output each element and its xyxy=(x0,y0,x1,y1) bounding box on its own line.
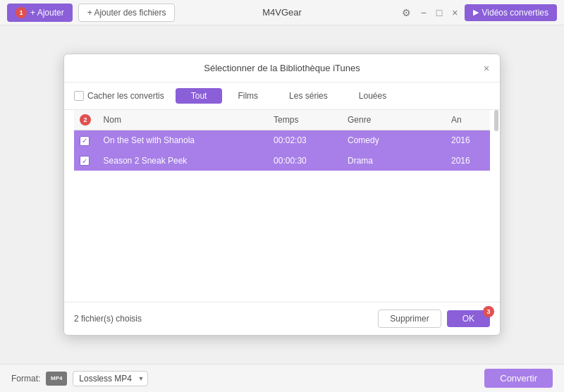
format-select[interactable]: Lossless MP4 xyxy=(73,371,148,386)
converted-videos-label: Vidéos converties xyxy=(482,8,549,18)
tab-tout[interactable]: Tout xyxy=(176,88,223,104)
add-files-label: + Ajouter des fichiers xyxy=(87,8,166,18)
table-header-row: 2 Nom Temps Genre An xyxy=(74,110,490,130)
main-area: Sélectionner de la Bibliothèque iTunes ×… xyxy=(0,25,564,364)
hide-converted-label[interactable]: Cacher les convertis xyxy=(74,91,164,101)
close-icon[interactable]: × xyxy=(448,6,461,20)
row-checkbox-1[interactable] xyxy=(80,156,90,166)
hide-converted-text: Cacher les convertis xyxy=(87,91,164,101)
tab-films[interactable]: Films xyxy=(222,88,274,104)
dialog-header: Sélectionner de la Bibliothèque iTunes × xyxy=(64,54,500,82)
row-genre-1: Drama xyxy=(342,151,446,171)
tabs-row: Cacher les convertis Tout Films Les séri… xyxy=(64,82,500,110)
hide-converted-checkbox[interactable] xyxy=(74,91,84,101)
bottom-bar: Format: MP4 Lossless MP4 Convertir xyxy=(0,364,564,392)
ok-label: OK xyxy=(462,314,474,324)
table-row[interactable]: On the Set with Shanola00:02:03Comedy201… xyxy=(74,130,490,151)
row-year-0: 2016 xyxy=(446,130,490,151)
col-name-header: Nom xyxy=(98,110,268,130)
row-name-0: On the Set with Shanola xyxy=(98,130,268,151)
col-time-header: Temps xyxy=(268,110,342,130)
app-title: M4VGear xyxy=(262,7,302,18)
col-year-header: An xyxy=(446,110,490,130)
add-button[interactable]: 1 + Ajouter xyxy=(7,4,73,22)
row-genre-0: Comedy xyxy=(342,130,446,151)
dialog-close-icon[interactable]: × xyxy=(480,62,493,75)
row-name-1: Season 2 Sneak Peek xyxy=(98,151,268,171)
format-icon: MP4 xyxy=(46,372,67,386)
table-container: 2 Nom Temps Genre An On the Set with Sha… xyxy=(64,110,500,302)
row-checkbox-0[interactable] xyxy=(80,136,90,146)
step2-badge: 2 xyxy=(80,114,91,125)
footer-buttons: Supprimer 3 OK xyxy=(378,310,490,328)
row-time-1: 00:00:30 xyxy=(268,151,342,171)
tab-buttons: Tout Films Les séries Louées xyxy=(176,88,402,104)
settings-icon[interactable]: ⚙ xyxy=(398,6,415,20)
add-files-button[interactable]: + Ajouter des fichiers xyxy=(78,4,176,22)
minimize-icon[interactable]: − xyxy=(417,6,430,20)
step1-badge: 1 xyxy=(16,7,27,18)
titlebar-left: 1 + Ajouter + Ajouter des fichiers xyxy=(7,4,175,22)
data-table: 2 Nom Temps Genre An On the Set with Sha… xyxy=(74,110,490,171)
row-year-1: 2016 xyxy=(446,151,490,171)
row-time-0: 00:02:03 xyxy=(268,130,342,151)
add-button-label: + Ajouter xyxy=(30,8,64,18)
tab-series[interactable]: Les séries xyxy=(274,88,343,104)
supprimer-button[interactable]: Supprimer xyxy=(378,310,441,328)
col-check-header: 2 xyxy=(74,110,98,130)
ok-button[interactable]: 3 OK xyxy=(447,310,490,327)
dialog-footer: 2 fichier(s) choisis Supprimer 3 OK xyxy=(64,302,500,335)
titlebar-right: ⚙ − □ × ▶ Vidéos converties xyxy=(398,4,557,21)
dialog-title: Sélectionner de la Bibliothèque iTunes xyxy=(204,63,360,73)
titlebar: 1 + Ajouter + Ajouter des fichiers M4VGe… xyxy=(0,0,564,25)
converted-videos-button[interactable]: ▶ Vidéos converties xyxy=(465,4,558,21)
step3-badge: 3 xyxy=(483,306,494,317)
col-genre-header: Genre xyxy=(342,110,446,130)
footer-status: 2 fichier(s) choisis xyxy=(74,314,142,324)
format-select-wrap: Lossless MP4 xyxy=(73,371,148,386)
format-label: Format: xyxy=(11,374,40,384)
itunes-dialog: Sélectionner de la Bibliothèque iTunes ×… xyxy=(63,54,501,336)
convertir-button[interactable]: Convertir xyxy=(484,369,553,388)
table-row[interactable]: Season 2 Sneak Peek00:00:30Drama2016 xyxy=(74,151,490,171)
format-area: Format: MP4 Lossless MP4 xyxy=(11,371,148,386)
scrollbar-thumb[interactable] xyxy=(494,110,498,131)
tab-louees[interactable]: Louées xyxy=(343,88,402,104)
restore-icon[interactable]: □ xyxy=(433,6,446,20)
